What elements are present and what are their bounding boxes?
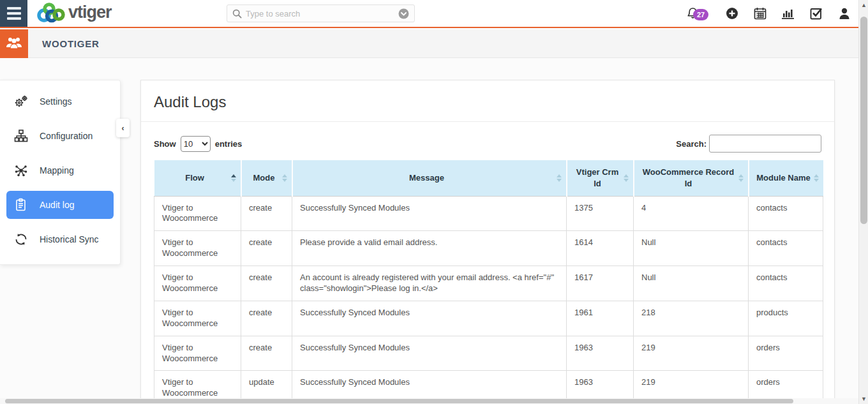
sort-arrows-icon: [557, 174, 562, 182]
sidebar-item-historical-sync[interactable]: Historical Sync: [0, 222, 120, 257]
sidebar-item-label: Settings: [40, 96, 72, 107]
sidebar-collapse-button[interactable]: ‹: [116, 119, 130, 137]
table-row[interactable]: Vtiger to Woocommerce create Successfull…: [154, 301, 823, 336]
cell-mode: create: [241, 336, 292, 371]
calendar-button[interactable]: [753, 6, 767, 20]
navbar-icon-group: 27: [685, 0, 851, 27]
show-label: Show: [154, 139, 176, 149]
cell-flow: Vtiger to Woocommerce: [154, 196, 241, 231]
module-header-bar: WOOTIGER: [0, 29, 868, 58]
sidebar-item-label: Audit log: [40, 200, 74, 210]
cell-woocommerce-record-id: 218: [634, 301, 749, 336]
sidebar-item-settings[interactable]: Settings: [0, 84, 120, 119]
global-search-bar: [227, 4, 415, 22]
column-header-module-name[interactable]: Module Name: [749, 160, 823, 196]
search-icon: [232, 9, 242, 19]
sort-arrows-icon: [624, 174, 629, 182]
horizontal-scrollbar-thumb[interactable]: [5, 399, 793, 403]
cell-woocommerce-record-id: Null: [634, 266, 749, 301]
cell-woocommerce-record-id: 4: [634, 196, 749, 231]
cell-mode: create: [241, 301, 292, 336]
cell-message: Successfully Synced Modules: [292, 301, 567, 336]
sort-arrows-icon: [231, 174, 236, 182]
user-profile-button[interactable]: [837, 6, 851, 20]
search-label: Search:: [676, 139, 707, 149]
page-length-control: Show 10 entries: [154, 136, 242, 152]
cell-message: Please provide a valid email address.: [292, 231, 567, 266]
table-row[interactable]: Vtiger to Woocommerce create An account …: [154, 266, 823, 301]
cell-module-name: products: [749, 301, 823, 336]
global-search-input[interactable]: [246, 9, 394, 19]
module-title: WOOTIGER: [42, 38, 100, 49]
cell-flow: Vtiger to Woocommerce: [154, 336, 241, 371]
table-controls: Show 10 entries Search:: [141, 122, 834, 159]
column-header-flow[interactable]: Flow: [154, 160, 241, 196]
search-scope-chevron-icon[interactable]: [398, 8, 409, 19]
reports-bar-chart-button[interactable]: [781, 6, 795, 20]
cell-mode: create: [241, 266, 292, 301]
cell-module-name: contacts: [749, 231, 823, 266]
network-hub-icon: [13, 163, 29, 177]
sidebar-item-audit-log[interactable]: Audit log: [6, 191, 114, 219]
cell-module-name: contacts: [749, 196, 823, 231]
cell-vtiger-crm-id: 1614: [567, 231, 634, 266]
hamburger-icon: [7, 7, 21, 20]
cell-vtiger-crm-id: 1961: [567, 301, 634, 336]
wootiger-module-icon: [0, 29, 28, 58]
table-search-input[interactable]: [709, 135, 821, 153]
page-length-select[interactable]: 10: [181, 136, 211, 152]
cell-module-name: contacts: [749, 266, 823, 301]
column-header-mode[interactable]: Mode: [241, 160, 292, 196]
cell-flow: Vtiger to Woocommerce: [154, 301, 241, 336]
cell-flow: Vtiger to Woocommerce: [154, 266, 241, 301]
audit-logs-panel: Audit Logs Show 10 entries Search: Flow: [140, 80, 835, 404]
audit-logs-table: Flow Mode Message Vtiger Crm Id WooComme…: [154, 160, 823, 404]
sidebar: Settings Configuration Mapping Audit log…: [0, 80, 121, 265]
table-header-row: Flow Mode Message Vtiger Crm Id WooComme…: [154, 160, 823, 196]
scroll-up-arrow-icon[interactable]: ▲: [859, 0, 868, 10]
vtiger-logo[interactable]: vtiger: [36, 3, 112, 24]
cell-flow: Vtiger to Woocommerce: [154, 231, 241, 266]
cell-mode: create: [241, 196, 292, 231]
chevron-left-icon: ‹: [122, 124, 124, 133]
sort-arrows-icon: [738, 174, 744, 182]
horizontal-scrollbar[interactable]: [0, 398, 858, 404]
sidebar-item-label: Historical Sync: [40, 234, 99, 244]
scroll-down-arrow-icon[interactable]: ▼: [859, 394, 868, 404]
cell-woocommerce-record-id: 219: [634, 336, 749, 371]
vertical-scrollbar-thumb[interactable]: [860, 17, 867, 224]
brand-name: vtiger: [68, 4, 112, 21]
sidebar-item-configuration[interactable]: Configuration: [0, 119, 120, 153]
tasks-checkbox-button[interactable]: [809, 6, 823, 20]
sort-arrows-icon: [282, 174, 287, 182]
cell-message: Successfully Synced Modules: [292, 336, 567, 371]
cell-module-name: orders: [749, 336, 823, 371]
cell-message: Successfully Synced Modules: [292, 196, 567, 231]
vertical-scrollbar[interactable]: ▲ ▼: [858, 0, 868, 404]
sidebar-item-label: Mapping: [40, 165, 74, 176]
vtiger-cloud-icon: [36, 3, 66, 24]
top-navbar: vtiger 27: [0, 0, 868, 28]
cell-vtiger-crm-id: 1375: [567, 196, 634, 231]
cell-vtiger-crm-id: 1963: [567, 336, 634, 371]
gears-icon: [13, 94, 29, 108]
column-header-vtiger-crm-id[interactable]: Vtiger Crm Id: [567, 160, 634, 196]
quick-create-plus-button[interactable]: [725, 6, 739, 20]
column-header-woocommerce-record-id[interactable]: WooCommerce Record Id: [634, 160, 749, 196]
column-header-message[interactable]: Message: [292, 160, 567, 196]
audit-table-body: Vtiger to Woocommerce create Successfull…: [154, 196, 823, 404]
table-row[interactable]: Vtiger to Woocommerce create Please prov…: [154, 231, 823, 266]
table-row[interactable]: Vtiger to Woocommerce create Successfull…: [154, 196, 823, 231]
table-row[interactable]: Vtiger to Woocommerce create Successfull…: [154, 336, 823, 371]
notifications-bell-button[interactable]: 27: [685, 6, 700, 20]
table-search-control: Search:: [676, 135, 821, 153]
cell-message: An account is already registered with yo…: [292, 266, 567, 301]
cell-vtiger-crm-id: 1617: [567, 266, 634, 301]
hamburger-menu-button[interactable]: [0, 0, 27, 27]
clipboard-icon: [13, 198, 29, 212]
sync-icon: [13, 232, 29, 246]
sidebar-item-label: Configuration: [40, 131, 93, 141]
entries-label: entries: [215, 139, 243, 149]
sidebar-item-mapping[interactable]: Mapping: [0, 153, 120, 188]
notification-count-badge[interactable]: 27: [693, 9, 708, 20]
